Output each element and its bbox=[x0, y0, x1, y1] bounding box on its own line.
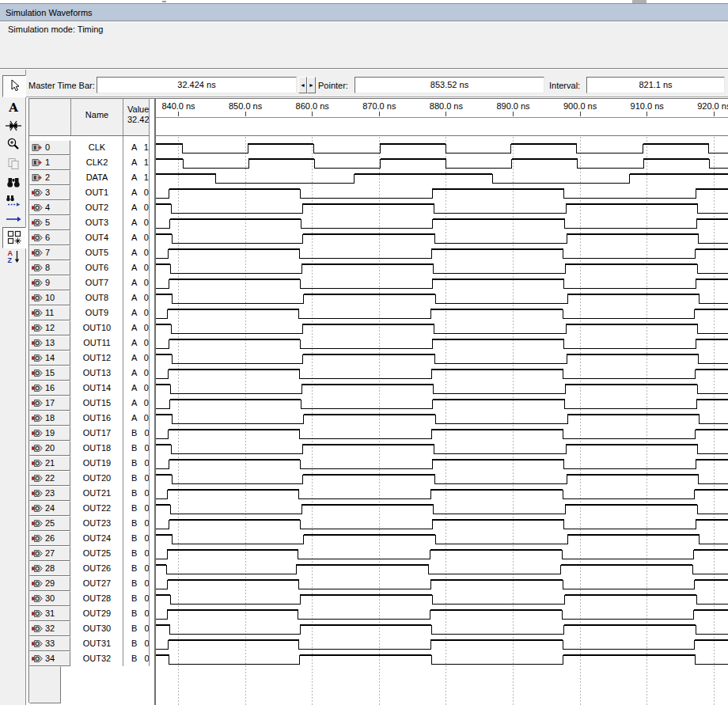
signal-row-handle-out4[interactable]: 6 bbox=[29, 230, 70, 245]
output-pin-icon bbox=[32, 474, 43, 483]
signal-row-handle-out21[interactable]: 23 bbox=[29, 486, 70, 501]
signal-row-handle-out24[interactable]: 26 bbox=[29, 531, 70, 546]
signal-row-handle-out26[interactable]: 28 bbox=[29, 561, 70, 576]
signal-name[interactable]: OUT1 bbox=[71, 188, 123, 198]
signal-name[interactable]: OUT18 bbox=[71, 443, 123, 453]
signal-name[interactable]: OUT11 bbox=[71, 338, 123, 348]
signal-name[interactable]: OUT14 bbox=[71, 383, 123, 393]
signal-row-handle-out15[interactable]: 17 bbox=[29, 396, 70, 411]
signal-row-handle-out13[interactable]: 15 bbox=[29, 366, 70, 381]
time-spin-left-button[interactable]: ◄ bbox=[298, 77, 307, 93]
signal-name[interactable]: OUT15 bbox=[71, 398, 123, 408]
signal-row-number: 34 bbox=[45, 654, 55, 663]
zoom-tool-button[interactable] bbox=[3, 136, 24, 154]
signal-row-handle-clk[interactable]: 0 bbox=[29, 140, 70, 155]
signal-row-handle-out32[interactable]: 34 bbox=[29, 651, 70, 666]
signal-row-number: 24 bbox=[45, 503, 55, 513]
output-pin-icon bbox=[32, 489, 43, 498]
signal-row-handle-out10[interactable]: 12 bbox=[29, 320, 70, 335]
signal-row-handle-out1[interactable]: 3 bbox=[29, 185, 70, 200]
sort-tool-button[interactable]: AZ bbox=[3, 248, 24, 266]
signal-row-handle-out8[interactable]: 10 bbox=[29, 290, 70, 305]
pattern-tool-button[interactable] bbox=[2, 227, 26, 248]
header-column-separator[interactable] bbox=[70, 99, 71, 135]
signal-name[interactable]: OUT26 bbox=[71, 563, 123, 574]
signal-name[interactable]: OUT10 bbox=[71, 323, 123, 333]
signal-row-handle-out27[interactable]: 29 bbox=[29, 576, 70, 591]
signal-row-handle-out11[interactable]: 13 bbox=[29, 335, 70, 351]
signal-name[interactable]: OUT25 bbox=[71, 548, 123, 559]
signal-row-handle-out25[interactable]: 27 bbox=[29, 546, 70, 561]
waveform-edit-tool-button[interactable] bbox=[3, 118, 24, 135]
signal-name[interactable]: OUT31 bbox=[71, 639, 123, 649]
signal-name[interactable]: OUT27 bbox=[71, 578, 123, 589]
signal-row-handle-out18[interactable]: 20 bbox=[29, 441, 70, 456]
output-pin-icon bbox=[32, 639, 43, 648]
find-next-tool-button[interactable] bbox=[3, 193, 24, 210]
signal-name[interactable]: OUT24 bbox=[71, 533, 123, 544]
signal-name[interactable]: OUT4 bbox=[71, 233, 123, 243]
output-pin-icon bbox=[32, 609, 43, 618]
signal-name[interactable]: DATA bbox=[71, 172, 123, 183]
signal-row-handle-clk2[interactable]: 1 bbox=[29, 155, 70, 170]
signal-name[interactable]: OUT6 bbox=[71, 263, 123, 273]
signal-row-handle-out2[interactable]: 4 bbox=[29, 200, 70, 215]
signal-row-handle-out22[interactable]: 24 bbox=[29, 501, 70, 516]
signal-name[interactable]: OUT7 bbox=[71, 278, 123, 288]
signal-name[interactable]: OUT30 bbox=[71, 624, 123, 634]
signal-name[interactable]: OUT16 bbox=[71, 413, 123, 423]
signal-name[interactable]: OUT32 bbox=[71, 654, 123, 664]
signal-name[interactable]: OUT29 bbox=[71, 608, 123, 619]
signal-name[interactable]: OUT21 bbox=[71, 488, 123, 498]
signal-row-handle-out3[interactable]: 5 bbox=[29, 215, 70, 230]
signal-row-handle-out30[interactable]: 32 bbox=[29, 621, 70, 636]
text-tool-button[interactable]: A bbox=[3, 99, 24, 116]
name-column-header[interactable]: Name bbox=[71, 110, 123, 119]
signal-value: A 0 bbox=[123, 203, 149, 213]
signal-name[interactable]: OUT20 bbox=[71, 473, 123, 483]
signal-name[interactable]: OUT17 bbox=[71, 428, 123, 438]
signal-row-handle-out28[interactable]: 30 bbox=[29, 591, 70, 606]
signal-row-handle-out9[interactable]: 11 bbox=[29, 305, 70, 320]
interval-label: Interval: bbox=[549, 81, 580, 90]
signal-name[interactable]: OUT23 bbox=[71, 518, 123, 529]
signal-row-handle-data[interactable]: 2 bbox=[29, 170, 70, 185]
signal-row-number: 29 bbox=[45, 578, 55, 588]
signal-name[interactable]: OUT5 bbox=[71, 248, 123, 258]
sort-az-icon: AZ bbox=[6, 249, 21, 265]
signal-name[interactable]: OUT22 bbox=[71, 503, 123, 514]
master-time-field[interactable]: 32.424 ns bbox=[97, 77, 297, 93]
time-spin-right-button[interactable]: ► bbox=[307, 77, 316, 93]
signal-name[interactable]: OUT19 bbox=[71, 458, 123, 468]
signal-row-handle-out7[interactable]: 9 bbox=[29, 275, 70, 290]
signal-name[interactable]: OUT13 bbox=[71, 368, 123, 378]
jump-to-transition-button[interactable] bbox=[3, 211, 24, 229]
signal-name[interactable]: OUT8 bbox=[71, 293, 123, 303]
value-column-header-line2: 32.42 bbox=[127, 115, 149, 124]
selection-tool-button[interactable] bbox=[2, 75, 26, 97]
signal-row-handle-out17[interactable]: 19 bbox=[29, 426, 70, 441]
signal-name[interactable]: CLK2 bbox=[71, 157, 123, 168]
signal-row-handle-out6[interactable]: 8 bbox=[29, 260, 70, 275]
signal-name[interactable]: OUT2 bbox=[71, 203, 123, 213]
waveform-canvas[interactable] bbox=[156, 99, 728, 705]
signal-row-handle-out12[interactable]: 14 bbox=[29, 351, 70, 366]
signal-row-handle-out19[interactable]: 21 bbox=[29, 456, 70, 471]
value-column-header-line1[interactable]: Value bbox=[127, 104, 149, 114]
signal-name[interactable]: OUT28 bbox=[71, 593, 123, 604]
signal-name[interactable]: OUT9 bbox=[71, 308, 123, 318]
signal-name[interactable]: OUT12 bbox=[71, 353, 123, 363]
output-pin-icon bbox=[32, 384, 43, 392]
signal-row-handle-out29[interactable]: 31 bbox=[29, 606, 70, 621]
signal-row-handle-out14[interactable]: 16 bbox=[29, 381, 70, 396]
window-titlebar[interactable]: Simulation Waveforms bbox=[0, 4, 728, 21]
signal-row-handle-out20[interactable]: 22 bbox=[29, 471, 70, 486]
signal-name[interactable]: CLK bbox=[71, 142, 123, 153]
signal-row-handle-out5[interactable]: 7 bbox=[29, 245, 70, 260]
signal-row-handle-out23[interactable]: 25 bbox=[29, 516, 70, 531]
find-tool-button[interactable] bbox=[3, 174, 24, 191]
signal-row-handle-out16[interactable]: 18 bbox=[29, 411, 70, 426]
signal-row-handle-out31[interactable]: 33 bbox=[29, 636, 70, 651]
signal-name[interactable]: OUT3 bbox=[71, 218, 123, 228]
signal-row-number: 25 bbox=[45, 518, 55, 528]
